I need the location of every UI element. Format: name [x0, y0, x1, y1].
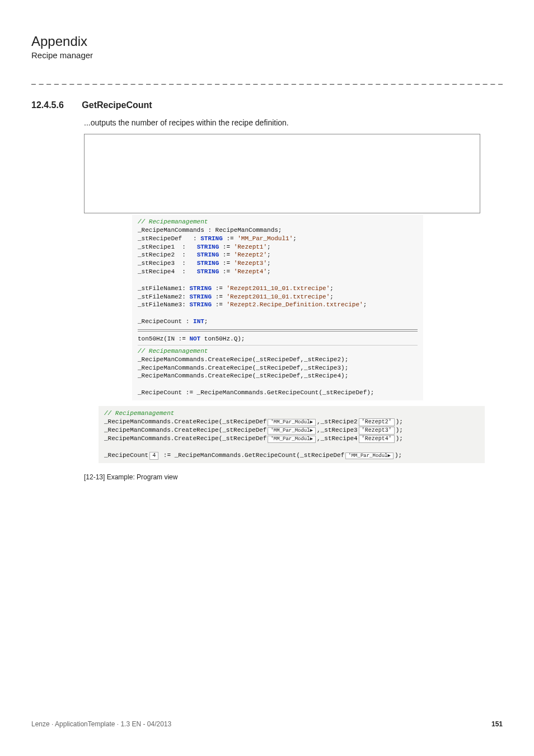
- figure-caption: [12-13] Example: Program view: [84, 473, 503, 481]
- section-description: ...outputs the number of recipes within …: [84, 118, 503, 127]
- inline-value: 'Rezept2': [359, 418, 395, 426]
- code-comment: // Recipemanagement: [104, 410, 174, 417]
- page-title: Appendix: [31, 34, 503, 49]
- code-comment: // Recipemanagement: [138, 348, 208, 354]
- section-title: GetRecipeCount: [82, 100, 152, 110]
- footer-left: Lenze · ApplicationTemplate · 1.3 EN - 0…: [31, 720, 171, 728]
- inline-value: 4: [149, 452, 158, 460]
- code-runtime-block: // Recipemanagement _RecipeManCommands.C…: [99, 406, 485, 463]
- code-comment: // Recipemanagement: [138, 218, 208, 225]
- page-footer: Lenze · ApplicationTemplate · 1.3 EN - 0…: [31, 720, 503, 728]
- inline-value: 'MM_Par_Modul▶: [268, 419, 316, 426]
- section-heading: 12.4.5.6 GetRecipeCount: [31, 100, 503, 110]
- inline-value: 'MM_Par_Modul▶: [345, 452, 394, 460]
- code-declaration-block: // Recipemanagement _RecipeManCommands :…: [132, 214, 423, 400]
- page-subtitle: Recipe manager: [31, 50, 503, 60]
- inline-value: 'Rezept3': [359, 427, 395, 435]
- code-ident: _RecipeManCommands : RecipeManCommands;: [138, 227, 282, 234]
- section-number: 12.4.5.6: [31, 100, 64, 110]
- page-number: 151: [491, 720, 503, 728]
- inline-value: 'Rezept4': [359, 435, 395, 443]
- code-area: // Recipemanagement _RecipeManCommands :…: [99, 214, 502, 463]
- inline-value: 'MM_Par_Modul▶: [268, 427, 316, 435]
- inline-value: 'MM_Par_Modul▶: [268, 436, 316, 443]
- separator: _ _ _ _ _ _ _ _ _ _ _ _ _ _ _ _ _ _ _ _ …: [31, 76, 503, 85]
- code-frame-placeholder: [84, 134, 480, 213]
